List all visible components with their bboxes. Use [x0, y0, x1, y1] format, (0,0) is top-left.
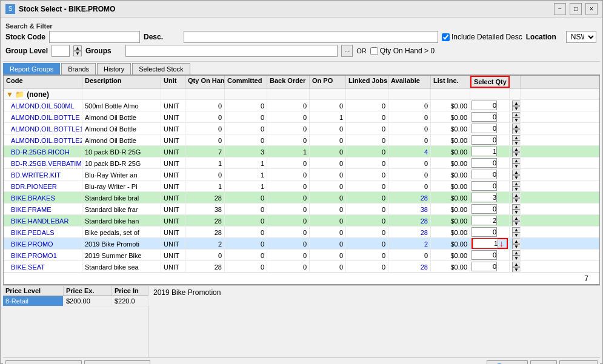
include-detailed-desc-checkbox[interactable]: [442, 33, 450, 41]
qty-down-button[interactable]: ▼: [512, 256, 521, 260]
select-qty-input[interactable]: [471, 193, 497, 202]
spin-cell[interactable]: ▲ ▼: [510, 123, 521, 134]
show-all-locations-button[interactable]: Show all Locations: [5, 360, 82, 364]
table-row[interactable]: BDR.PIONEER Blu-ray Writer - Pi UNIT 1 1…: [4, 180, 599, 192]
table-row[interactable]: BD-R.25GB.VERBATIM 10 pack BD-R 25G UNIT…: [4, 157, 599, 169]
table-row[interactable]: BIKE.BRAKES Standard bike bral UNIT 28 0…: [4, 192, 599, 204]
spin-cell[interactable]: ▲ ▼: [510, 180, 521, 191]
spin-cell[interactable]: ▲ ▼: [510, 146, 521, 157]
select-qty-input[interactable]: [471, 158, 497, 168]
table-row[interactable]: ALMOND.OIL.BOTTLE1 Almond Oil Bottle UNI…: [4, 123, 599, 134]
qty-down-button[interactable]: ▼: [512, 210, 521, 214]
qty-down-button[interactable]: ▼: [512, 267, 521, 272]
stock-code-input[interactable]: [49, 31, 140, 43]
qty-down-button[interactable]: ▼: [512, 198, 521, 203]
qty-down-button[interactable]: ▼: [512, 244, 521, 249]
selectqty-cell[interactable]: [470, 111, 510, 122]
qty-down-button[interactable]: ▼: [512, 164, 521, 168]
run-button[interactable]: ▶ Run: [487, 360, 528, 364]
table-row[interactable]: BD-R.25GB.RICOH 10 pack BD-R 25G UNIT 7 …: [4, 146, 599, 157]
maximize-button[interactable]: □: [570, 3, 582, 15]
spin-cell[interactable]: ▲ ▼: [510, 250, 521, 260]
spin-cell[interactable]: ▲ ▼: [510, 100, 521, 111]
selectqty-cell[interactable]: [470, 192, 510, 203]
selectqty-cell[interactable]: [470, 180, 510, 191]
group-level-down[interactable]: ▼: [73, 51, 82, 56]
selectqty-cell[interactable]: [470, 134, 510, 145]
qty-down-button[interactable]: ▼: [512, 175, 521, 180]
groups-input[interactable]: [125, 45, 338, 57]
select-qty-input[interactable]: [471, 216, 497, 225]
spin-cell[interactable]: ▲ ▼: [510, 157, 521, 168]
select-qty-input[interactable]: [471, 227, 497, 237]
cancel-button[interactable]: Cancel: [559, 360, 598, 364]
groups-ellipsis-button[interactable]: ···: [341, 45, 353, 57]
tab-selected-stock[interactable]: Selected Stock: [132, 63, 190, 74]
selectqty-cell[interactable]: [470, 250, 510, 260]
minimize-button[interactable]: −: [554, 3, 566, 15]
table-row[interactable]: BIKE.HANDLEBAR Standard bike han UNIT 28…: [4, 215, 599, 227]
select-qty-input[interactable]: [471, 147, 497, 156]
select-qty-input[interactable]: [471, 101, 497, 110]
selectqty-cell[interactable]: [470, 215, 510, 226]
selectqty-cell[interactable]: [470, 204, 510, 214]
group-level-up[interactable]: ▲: [73, 45, 82, 51]
qty-on-hand-checkbox[interactable]: [370, 47, 378, 55]
selectqty-cell[interactable]: [470, 100, 510, 111]
selectqty-cell[interactable]: [470, 227, 510, 237]
price-row[interactable]: 8-Retail $200.00 $220.0: [3, 296, 148, 306]
table-row[interactable]: ALMOND.OIL.BOTTLE2 Almond Oil Bottle UNI…: [4, 134, 599, 146]
spin-cell[interactable]: ▲ ▼: [510, 215, 521, 226]
qty-down-button[interactable]: ▼: [512, 141, 521, 145]
selectqty-cell[interactable]: ↓: [470, 238, 510, 249]
select-qty-input[interactable]: [471, 112, 497, 122]
tab-history[interactable]: History: [97, 63, 131, 74]
table-row[interactable]: BD.WRITER.KIT Blu-Ray Writer an UNIT 0 1…: [4, 169, 599, 180]
qty-down-button[interactable]: ▼: [512, 233, 521, 237]
qty-down-button[interactable]: ▼: [512, 187, 521, 191]
table-row[interactable]: BIKE.FRAME Standard bike frar UNIT 38 0 …: [4, 204, 599, 215]
qty-down-button[interactable]: ▼: [512, 152, 521, 157]
spin-cell[interactable]: ▲ ▼: [510, 111, 521, 122]
tab-report-groups[interactable]: Report Groups: [3, 63, 60, 74]
table-row[interactable]: ALMOND.OIL.500ML 500ml Bottle Almo UNIT …: [4, 100, 599, 111]
table-row[interactable]: BIKE.PROMO1 2019 Summer Bike UNIT 0 0 0 …: [4, 250, 599, 261]
selectqty-cell[interactable]: [470, 123, 510, 134]
select-qty-input[interactable]: [471, 204, 497, 214]
table-row[interactable]: BIKE.PEDALS Bike pedals, set of UNIT 28 …: [4, 227, 599, 238]
spin-cell[interactable]: ▲ ▼: [510, 227, 521, 237]
qty-down-button[interactable]: ▼: [512, 106, 521, 111]
qty-down-button[interactable]: ▼: [512, 221, 521, 226]
table-row[interactable]: BIKE.SEAT Standard bike sea UNIT 28 0 0 …: [4, 261, 599, 273]
show-attributes-button[interactable]: Show Attributes: [84, 360, 150, 364]
spin-cell[interactable]: ▲ ▼: [510, 192, 521, 203]
location-select[interactable]: NSW: [566, 31, 596, 43]
select-qty-input[interactable]: [471, 170, 497, 179]
group-level-spinbox[interactable]: ▲ ▼: [73, 45, 82, 56]
selectqty-cell[interactable]: [470, 146, 510, 157]
select-qty-input[interactable]: [471, 135, 497, 145]
group-level-input[interactable]: 5: [52, 45, 70, 57]
selectqty-cell[interactable]: [470, 169, 510, 180]
qty-down-button[interactable]: ▼: [512, 117, 521, 122]
ok-button[interactable]: OK: [530, 360, 556, 364]
select-qty-input[interactable]: [471, 250, 497, 260]
group-row[interactable]: ▼ 📁 (none): [4, 88, 599, 100]
select-qty-input[interactable]: [471, 124, 497, 133]
select-qty-input[interactable]: [473, 239, 498, 248]
table-row[interactable]: ALMOND.OIL.BOTTLE Almond Oil Bottle UNIT…: [4, 111, 599, 123]
desc-input[interactable]: [184, 31, 438, 43]
spin-cell[interactable]: ▲ ▼: [510, 238, 521, 249]
spin-cell[interactable]: ▲ ▼: [510, 134, 521, 145]
table-row[interactable]: BIKE.PROMO 2019 Bike Promoti UNIT 2 0 0 …: [4, 238, 599, 250]
selectqty-cell[interactable]: [470, 157, 510, 168]
close-button[interactable]: ×: [585, 3, 598, 15]
spin-cell[interactable]: ▲ ▼: [510, 169, 521, 180]
spin-cell[interactable]: ▲ ▼: [510, 204, 521, 214]
selectqty-cell[interactable]: [470, 261, 510, 272]
spin-cell[interactable]: ▲ ▼: [510, 261, 521, 272]
qty-down-button[interactable]: ▼: [512, 129, 521, 134]
tab-brands[interactable]: Brands: [61, 63, 96, 74]
select-qty-input[interactable]: [471, 262, 497, 271]
select-qty-input[interactable]: [471, 181, 497, 191]
